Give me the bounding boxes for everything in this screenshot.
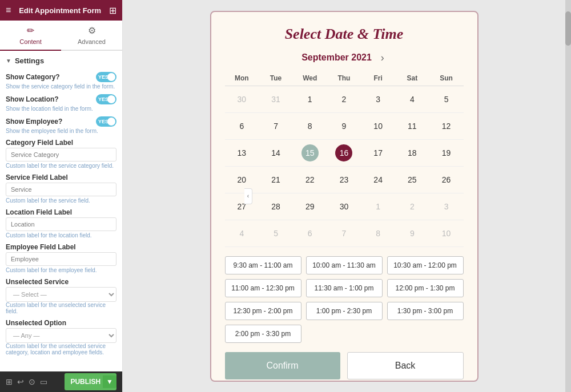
footer-icon-4[interactable]: ▭	[40, 377, 47, 386]
show-location-toggle[interactable]: YES	[96, 94, 116, 104]
location-field-hint: Custom label for the location field.	[6, 232, 116, 239]
calendar-day-cell[interactable]: 20	[225, 166, 259, 193]
footer-icon-3[interactable]: ⊙	[29, 377, 35, 386]
unselected-service-select[interactable]: — Select —	[6, 287, 116, 302]
calendar-day-cell[interactable]: 5	[429, 86, 464, 112]
day-of-week-header: Mon	[225, 71, 259, 86]
time-slot-button[interactable]: 10:30 am - 12:00 pm	[387, 256, 464, 274]
time-slot-button[interactable]: 11:00 am - 12:30 pm	[225, 279, 301, 297]
calendar-day-cell[interactable]: 4	[225, 220, 259, 246]
calendar-day-cell[interactable]: 28	[259, 193, 293, 220]
calendar-day-cell[interactable]: 11	[395, 112, 429, 139]
tab-advanced[interactable]: ⚙ Advanced	[61, 21, 122, 50]
calendar-day-cell[interactable]: 30	[225, 86, 259, 112]
calendar-day-cell[interactable]: 22	[293, 166, 327, 193]
calendar-day-cell[interactable]: 8	[293, 112, 327, 139]
calendar-day-cell[interactable]: 8	[361, 220, 395, 246]
confirm-button[interactable]: Confirm	[225, 352, 340, 379]
calendar-day-cell[interactable]: 7	[259, 112, 293, 139]
calendar-day-cell[interactable]: 13	[225, 139, 259, 166]
grid-icon[interactable]: ⊞	[109, 5, 116, 16]
unselected-option-label-text: Unselected Option	[6, 319, 116, 327]
widget-footer: Confirm Back	[225, 352, 464, 379]
calendar-day-cell[interactable]: 7	[327, 220, 361, 246]
time-slot-button[interactable]: 1:30 pm - 3:00 pm	[387, 302, 464, 320]
month-header: September 2021 ›	[225, 52, 464, 64]
calendar-day-cell[interactable]: 9	[327, 112, 361, 139]
employee-field-input[interactable]	[6, 252, 116, 266]
footer-icon-1[interactable]: ⊞	[6, 377, 13, 386]
show-category-row: Show Category? YES Show the service cate…	[6, 72, 116, 90]
calendar-day-cell[interactable]: 12	[429, 112, 464, 139]
calendar-day-cell[interactable]: 18	[395, 139, 429, 166]
time-slot-button[interactable]: 10:00 am - 11:30 am	[306, 256, 383, 274]
calendar-week-row: 45678910	[225, 220, 464, 246]
employee-field-hint: Custom label for the employee field.	[6, 267, 116, 273]
days-of-week-row: MonTueWedThuFriSatSun	[225, 71, 464, 86]
show-employee-toggle[interactable]: YES	[96, 116, 116, 127]
tab-content[interactable]: ✏ Content	[0, 21, 61, 51]
calendar-day-cell[interactable]: 31	[259, 86, 293, 112]
unselected-service-label-text: Unselected Service	[6, 278, 116, 286]
calendar-day-cell[interactable]: 29	[293, 193, 327, 220]
time-slot-button[interactable]: 9:30 am - 11:00 am	[225, 256, 301, 274]
calendar-day-cell[interactable]: 5	[259, 220, 293, 246]
calendar-day-cell[interactable]: 6	[225, 112, 259, 139]
day-of-week-header: Wed	[293, 71, 327, 86]
publish-chevron-icon: ▼	[103, 375, 116, 388]
calendar-day-cell[interactable]: 26	[429, 166, 464, 193]
advanced-icon: ⚙	[88, 25, 96, 36]
unselected-service-row: Unselected Service — Select — Custom lab…	[6, 278, 116, 314]
calendar-day-cell[interactable]: 1	[361, 193, 395, 220]
calendar-day-cell[interactable]: 3	[361, 86, 395, 112]
calendar-day-cell[interactable]: 1	[293, 86, 327, 112]
calendar-day-cell[interactable]: 30	[327, 193, 361, 220]
show-employee-row: Show Employee? YES Show the employee fie…	[6, 116, 116, 134]
unselected-option-select[interactable]: — Any —	[6, 328, 116, 343]
calendar-day-cell[interactable]: 25	[395, 166, 429, 193]
tab-advanced-label: Advanced	[78, 38, 106, 45]
calendar-day-cell[interactable]: 9	[395, 220, 429, 246]
calendar-day-cell[interactable]: 15	[293, 139, 327, 166]
time-slot-button[interactable]: 11:30 am - 1:00 pm	[306, 279, 383, 297]
time-slot-button[interactable]: 2:00 pm - 3:30 pm	[225, 325, 301, 343]
scrollbar[interactable]	[565, 0, 571, 392]
time-slot-button[interactable]: 1:00 pm - 2:30 pm	[306, 302, 383, 320]
calendar-day-cell[interactable]: 19	[429, 139, 464, 166]
footer-icon-2[interactable]: ↩	[17, 377, 24, 386]
calendar-day-cell[interactable]: 23	[327, 166, 361, 193]
location-field-input[interactable]	[6, 217, 116, 231]
employee-field-label-text: Employee Field Label	[6, 243, 116, 251]
calendar-day-cell[interactable]: 2	[395, 193, 429, 220]
sidebar-title: Edit Appointment Form	[15, 6, 104, 15]
calendar-day-cell[interactable]: 14	[259, 139, 293, 166]
day-of-week-header: Thu	[327, 71, 361, 86]
category-field-input[interactable]	[6, 148, 116, 161]
calendar-day-cell[interactable]: 10	[361, 112, 395, 139]
collapse-handle[interactable]: ‹	[244, 188, 252, 204]
show-category-toggle[interactable]: YES	[96, 72, 116, 82]
scrollbar-thumb[interactable]	[565, 11, 571, 46]
calendar-day-cell[interactable]: 17	[361, 139, 395, 166]
next-month-button[interactable]: ›	[379, 52, 387, 64]
service-field-input[interactable]	[6, 183, 116, 196]
publish-button[interactable]: PUBLISH ▼	[65, 373, 116, 390]
location-field-row: Location Field Label Custom label for th…	[6, 208, 116, 239]
calendar-day-cell[interactable]: 10	[429, 220, 464, 246]
tab-content-label: Content	[19, 38, 42, 45]
calendar-grid: MonTueWedThuFriSatSun 303112345678910111…	[225, 71, 464, 247]
calendar-day-cell[interactable]: 27	[225, 193, 259, 220]
calendar-day-cell[interactable]: 21	[259, 166, 293, 193]
back-button[interactable]: Back	[347, 352, 464, 379]
sidebar-tabs: ✏ Content ⚙ Advanced	[0, 21, 122, 51]
calendar-day-cell[interactable]: 16	[327, 139, 361, 166]
calendar-day-cell[interactable]: 4	[395, 86, 429, 112]
calendar-day-cell[interactable]: 3	[429, 193, 464, 220]
time-slot-button[interactable]: 12:00 pm - 1:30 pm	[387, 279, 464, 297]
calendar-day-cell[interactable]: 24	[361, 166, 395, 193]
time-slot-button[interactable]: 12:30 pm - 2:00 pm	[225, 302, 301, 320]
calendar-day-cell[interactable]: 2	[327, 86, 361, 112]
menu-icon[interactable]: ≡	[6, 5, 11, 15]
settings-section-header: ▼ Settings	[6, 56, 116, 65]
calendar-day-cell[interactable]: 6	[293, 220, 327, 246]
